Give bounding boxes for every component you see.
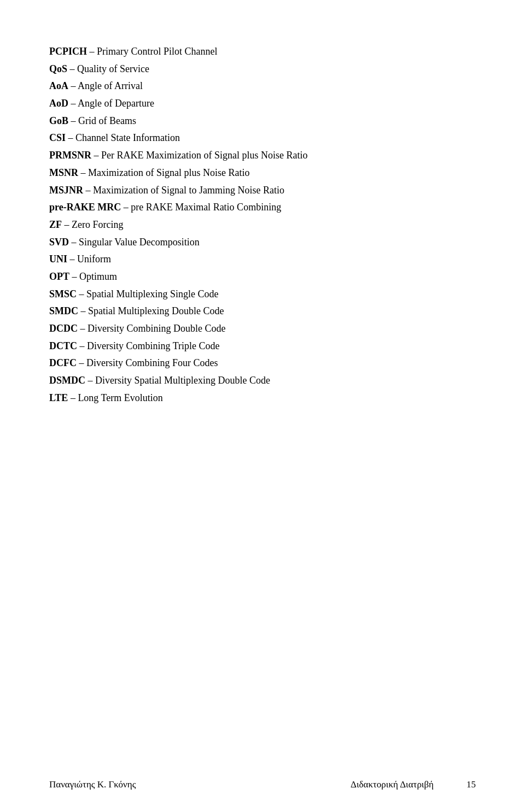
list-item: AoA – Angle of Arrival (49, 78, 476, 95)
list-item: MSNR – Maximization of Signal plus Noise… (49, 165, 476, 181)
abbreviation-list: PCPICH – Primary Control Pilot ChannelQo… (49, 44, 476, 406)
list-item: pre-RAKE MRC – pre RAKE Maximal Ratio Co… (49, 199, 476, 216)
footer-doc-title: Διδακτορική Διατριβή (351, 779, 434, 790)
list-item: AoD – Angle of Departure (49, 96, 476, 112)
list-item: SVD – Singular Value Decomposition (49, 234, 476, 251)
footer-right: Διδακτορική Διατριβή 15 (351, 779, 476, 790)
list-item: UNI – Uniform (49, 251, 476, 268)
list-item: OPT – Optimum (49, 269, 476, 285)
list-item: GoB – Grid of Beams (49, 113, 476, 130)
list-item: SMSC – Spatial Multiplexing Single Code (49, 286, 476, 303)
list-item: QoS – Quality of Service (49, 61, 476, 78)
list-item: DCTC – Diversity Combining Triple Code (49, 338, 476, 355)
list-item: MSJNR – Maximization of Signal to Jammin… (49, 183, 476, 199)
list-item: LTE – Long Term Evolution (49, 390, 476, 407)
list-item: ZF – Zero Forcing (49, 217, 476, 233)
page-content: PCPICH – Primary Control Pilot ChannelQo… (0, 0, 525, 473)
list-item: DCDC – Diversity Combining Double Code (49, 321, 476, 337)
list-item: PRMSNR – Per RAKE Maximization of Signal… (49, 148, 476, 164)
footer-author: Παναγιώτης Κ. Γκόνης (49, 779, 136, 790)
list-item: CSI – Channel State Information (49, 130, 476, 146)
page-footer: Παναγιώτης Κ. Γκόνης Διδακτορική Διατριβ… (0, 779, 525, 790)
list-item: DCFC – Diversity Combining Four Codes (49, 355, 476, 372)
list-item: PCPICH – Primary Control Pilot Channel (49, 44, 476, 60)
list-item: DSMDC – Diversity Spatial Multiplexing D… (49, 373, 476, 389)
footer-page-number: 15 (466, 779, 476, 790)
list-item: SMDC – Spatial Multiplexing Double Code (49, 303, 476, 320)
